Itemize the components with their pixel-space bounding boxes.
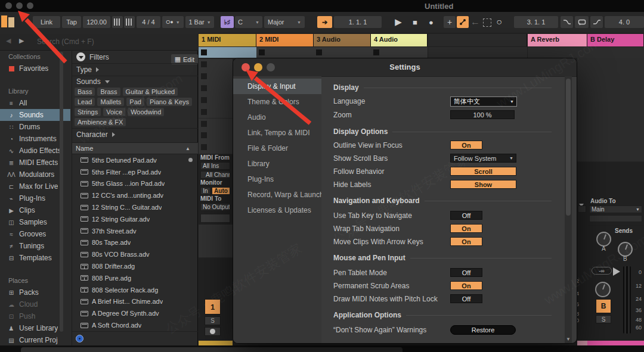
settings-nav-item-record-warp-launch[interactable]: Record, Warp & Launch: [233, 187, 321, 203]
scroll-down-icon[interactable]: ▼: [566, 337, 571, 342]
root-note-menu[interactable]: C▼: [235, 16, 262, 28]
browser-back-button[interactable]: ◀: [6, 37, 11, 45]
filter-tag-ambience-fx[interactable]: Ambience & FX: [75, 118, 126, 126]
filter-tag-strings[interactable]: Strings: [75, 108, 101, 116]
setting-toggle-draw-midi-notes-with-pitch-lock[interactable]: Off: [450, 294, 482, 303]
filter-tag-woodwind[interactable]: Woodwind: [128, 108, 164, 116]
file-list-item[interactable]: 808 Drifter.adg: [72, 260, 199, 272]
tempo-field[interactable]: 120.00: [83, 16, 110, 28]
setting-toggle-permanent-scrub-areas[interactable]: On: [450, 281, 482, 290]
setting-value-zoom[interactable]: 100 %: [450, 110, 515, 119]
filter-tag-voice[interactable]: Voice: [103, 108, 125, 116]
volume-field[interactable]: -∞: [592, 267, 612, 275]
track-header-1-midi[interactable]: 1 MIDI: [199, 34, 256, 46]
filter-tag-piano-keys[interactable]: Piano & Keys: [147, 98, 192, 106]
setting-toggle-wrap-tab-navigation[interactable]: On: [450, 224, 482, 233]
filter-tag-pad[interactable]: Pad: [126, 98, 144, 106]
file-list-item[interactable]: 808 Pure.adg: [72, 272, 199, 284]
arm-button-track1[interactable]: [205, 327, 221, 336]
time-signature-field[interactable]: 4 / 4: [137, 16, 160, 28]
settings-nav-item-library[interactable]: Library: [233, 156, 321, 172]
return-track-header-b-delay[interactable]: B Delay: [587, 34, 644, 46]
back-to-arrangement-button[interactable]: ←: [470, 16, 481, 28]
sort-ascending-icon[interactable]: ▲: [185, 146, 190, 151]
new-button[interactable]: +: [444, 16, 456, 28]
clip-slot[interactable]: [199, 107, 233, 119]
midi-from-select[interactable]: All Ins: [200, 162, 230, 170]
track-header-3-audio[interactable]: 3 Audio: [314, 34, 371, 46]
clip-slot[interactable]: [199, 47, 257, 58]
setting-toggle-hide-labels[interactable]: Show: [450, 180, 516, 189]
clip-slot[interactable]: [199, 119, 233, 131]
file-list-item[interactable]: 12 CC's and...unting.adv: [72, 189, 199, 201]
tap-tempo-button[interactable]: Tap: [62, 16, 81, 28]
filter-group-type[interactable]: Type: [72, 66, 203, 74]
track-header-2-midi[interactable]: 2 MIDI: [256, 34, 314, 46]
setting-toggle-use-tab-key-to-navigate[interactable]: Off: [450, 211, 482, 220]
filter-group-character[interactable]: Character: [72, 130, 203, 139]
monitor-in-button[interactable]: In: [200, 187, 210, 195]
setting-toggle-pen-tablet-mode[interactable]: Off: [450, 268, 482, 277]
record-button[interactable]: ●: [424, 16, 438, 28]
window-zoom-button[interactable]: [27, 2, 33, 9]
link-button[interactable]: Link: [33, 16, 60, 28]
settings-nav-item-theme-colors[interactable]: Theme & Colors: [233, 94, 321, 110]
punch-out-button[interactable]: [590, 16, 603, 28]
setting-select-language[interactable]: 简体中文▼: [450, 96, 517, 107]
solo-button-track1[interactable]: S: [205, 316, 221, 325]
settings-nav-item-display-input[interactable]: Display & Input: [233, 79, 321, 94]
draw-mode-button[interactable]: [483, 18, 491, 27]
browser-search-input[interactable]: Search (Cmd + F): [37, 38, 94, 46]
follow-button[interactable]: ➔: [317, 16, 332, 28]
file-list-item[interactable]: A Brief Hist... Chime.adv: [72, 296, 199, 308]
file-list-item[interactable]: A Degree Of Synth.adv: [72, 307, 199, 319]
scrollbar-thumb[interactable]: [566, 79, 571, 216]
clip-slot[interactable]: [371, 47, 428, 58]
nudge-up-button[interactable]: [124, 16, 135, 28]
sidebar-scrollbar[interactable]: [60, 52, 63, 332]
audio-to-select[interactable]: Main▼: [589, 205, 642, 213]
setting-select-show-scroll-bars[interactable]: Follow System▼: [450, 154, 516, 163]
scale-menu[interactable]: Major▼: [264, 16, 305, 28]
groove-amount-control[interactable]: O●▼: [162, 16, 184, 28]
window-minimize-button[interactable]: [16, 2, 23, 9]
track-activator-1[interactable]: 1: [205, 299, 221, 314]
return-b-activator[interactable]: B: [596, 299, 611, 313]
setting-button-don-t-show-again-warnings[interactable]: Restore: [450, 325, 516, 335]
file-list-item[interactable]: 80s VCO Brass.adv: [72, 248, 199, 260]
solo-button-return-b[interactable]: S: [596, 315, 611, 323]
file-list-header[interactable]: Name ▲: [72, 142, 199, 154]
file-list-item[interactable]: 37th Street.adv: [72, 225, 199, 237]
clip-slot[interactable]: [256, 47, 314, 58]
punch-in-button[interactable]: [561, 16, 573, 28]
capture-midi-button[interactable]: [457, 16, 469, 28]
return-track-header-a-reverb[interactable]: A Reverb: [528, 34, 587, 46]
automation-mode-button[interactable]: ○: [494, 16, 504, 28]
settings-nav-item-file-folder[interactable]: File & Folder: [233, 141, 321, 156]
settings-nav-item-plug-ins[interactable]: Plug-Ins: [233, 172, 321, 187]
file-list-item[interactable]: 80s Tape.adv: [72, 237, 199, 249]
pan-knob[interactable]: [595, 282, 611, 297]
loop-length-field[interactable]: 4. 0: [605, 16, 644, 28]
stop-button[interactable]: ■: [408, 16, 422, 28]
midi-channel-select[interactable]: All Chann: [200, 171, 230, 179]
clip-slot[interactable]: [199, 59, 233, 71]
file-list-item[interactable]: 12 String C... Guitar.adv: [72, 201, 199, 213]
filter-group-sounds[interactable]: Sounds: [72, 77, 203, 86]
clip-slot[interactable]: [199, 71, 233, 83]
settings-nav-item-audio[interactable]: Audio: [233, 110, 321, 125]
clip-slot[interactable]: [199, 130, 233, 142]
midi-to-select[interactable]: No Output: [200, 203, 230, 211]
loop-switch[interactable]: [575, 16, 589, 28]
setting-toggle-move-clips-with-arrow-keys[interactable]: On: [450, 237, 482, 246]
file-list-item[interactable]: 5ths Glass ...ion Pad.adv: [72, 178, 199, 190]
key-signature-button[interactable]: ♭♯: [221, 16, 234, 28]
track-header-4-audio[interactable]: 4 Audio: [371, 34, 428, 46]
nudge-down-button[interactable]: [112, 16, 123, 28]
arrangement-position-field[interactable]: 1. 1. 1: [334, 16, 382, 28]
preview-toggle-icon[interactable]: [76, 335, 83, 342]
filter-tag-brass[interactable]: Brass: [97, 88, 120, 96]
clip-slot[interactable]: [199, 95, 233, 107]
filter-tag-guitar-plucked[interactable]: Guitar & Plucked: [123, 88, 178, 96]
filter-tag-lead[interactable]: Lead: [75, 98, 95, 106]
